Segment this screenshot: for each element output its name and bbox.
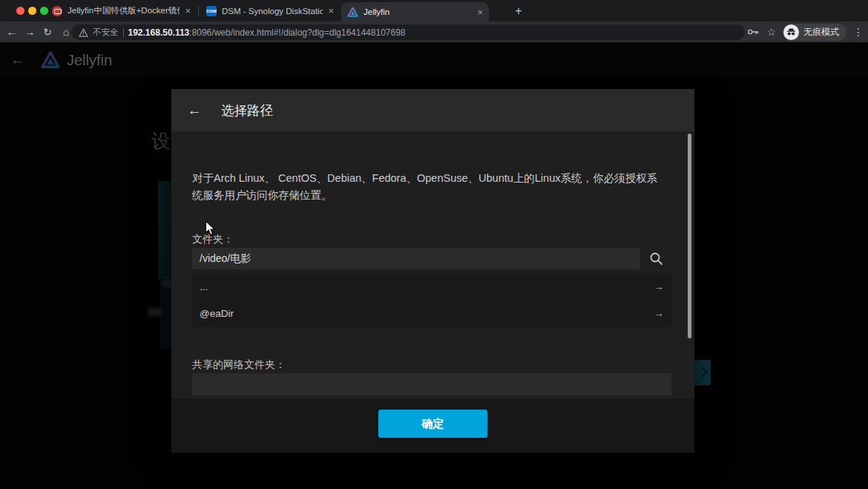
network-share-label: 共享的网络文件夹：	[192, 358, 286, 372]
tab-close-icon[interactable]: ×	[477, 7, 483, 17]
dialog-footer: 确定	[171, 398, 694, 453]
search-icon[interactable]	[648, 251, 665, 267]
new-tab-button[interactable]: +	[510, 3, 527, 19]
ok-button[interactable]: 确定	[378, 410, 487, 438]
tab-jellyfin-active[interactable]: Jellyfin ×	[341, 2, 489, 22]
screen: Jellyfin中国特供版+Docker镜像 × DSM DSM - Synol…	[0, 0, 868, 489]
bookmark-star-icon[interactable]: ☆	[766, 26, 776, 38]
address-divider	[123, 28, 124, 37]
mac-close-button[interactable]	[16, 7, 24, 15]
directory-name: @eaDir	[200, 308, 654, 319]
dialog-body: 对于Arch Linux、 CentOS、Debian、Fedora、OpenS…	[171, 131, 694, 398]
tab-close-icon[interactable]: ×	[185, 6, 191, 16]
security-label[interactable]: 不安全	[93, 27, 119, 38]
forward-icon[interactable]: →	[22, 22, 37, 42]
jellyfin-favicon-icon	[347, 7, 358, 18]
folder-input[interactable]	[192, 248, 640, 269]
directory-list: ... → @eaDir →	[192, 273, 671, 327]
address-bar[interactable]: 不安全 192.168.50.113:8096/web/index.html#!…	[71, 24, 745, 40]
key-icon[interactable]	[747, 26, 760, 38]
arrow-right-icon: →	[654, 307, 664, 319]
tab-title: Jellyfin中国特供版+Docker镜像	[68, 5, 180, 16]
network-share-input[interactable]	[192, 373, 671, 396]
warning-icon	[79, 28, 88, 37]
tab-dsm[interactable]: DSM DSM - Synology DiskStation ×	[200, 0, 340, 22]
reload-icon[interactable]: ↻	[40, 22, 55, 42]
dialog-scrollbar[interactable]	[688, 134, 691, 338]
dialog-title: 选择路径	[221, 102, 273, 119]
select-path-dialog: ← 选择路径 对于Arch Linux、 CentOS、Debian、Fedor…	[171, 89, 694, 453]
menu-kebab-icon[interactable]: ⋮	[853, 26, 864, 38]
tab-title: DSM - Synology DiskStation	[222, 7, 323, 16]
tab-jellyfin-article[interactable]: Jellyfin中国特供版+Docker镜像 ×	[46, 0, 197, 22]
mac-minimize-button[interactable]	[28, 7, 36, 15]
back-icon[interactable]: ←	[4, 22, 19, 42]
directory-name: ...	[200, 281, 654, 292]
mouse-cursor	[205, 220, 216, 236]
tab-close-icon[interactable]: ×	[328, 6, 334, 16]
incognito-badge[interactable]: 无痕模式	[783, 24, 846, 41]
incognito-label: 无痕模式	[803, 26, 839, 39]
tab-title: Jellyfin	[364, 7, 472, 16]
toolbar-right: ☆ 无痕模式 ⋮	[747, 22, 864, 42]
tab-divider	[198, 6, 199, 16]
dialog-header: ← 选择路径	[171, 89, 694, 131]
arrow-right-icon: →	[654, 280, 664, 292]
url-host: 192.168.50.113	[128, 27, 190, 38]
url-path: :8096/web/index.html#!/dialog?dlg=dlg164…	[189, 27, 405, 38]
dialog-back-icon[interactable]: ←	[185, 102, 203, 119]
browser-tab-strip: Jellyfin中国特供版+Docker镜像 × DSM DSM - Synol…	[0, 0, 868, 22]
dsm-favicon-icon: DSM	[206, 6, 217, 16]
intro-text: 对于Arch Linux、 CentOS、Debian、Fedora、OpenS…	[192, 170, 658, 204]
article-favicon-icon	[52, 6, 62, 16]
list-item[interactable]: ... →	[192, 273, 671, 300]
browser-toolbar: ← → ↻ ⌂ 不安全 192.168.50.113:8096/web/inde…	[0, 22, 868, 42]
url-text[interactable]: 192.168.50.113:8096/web/index.html#!/dia…	[128, 27, 406, 38]
list-item[interactable]: @eaDir →	[192, 300, 671, 326]
incognito-avatar-icon	[783, 24, 799, 40]
